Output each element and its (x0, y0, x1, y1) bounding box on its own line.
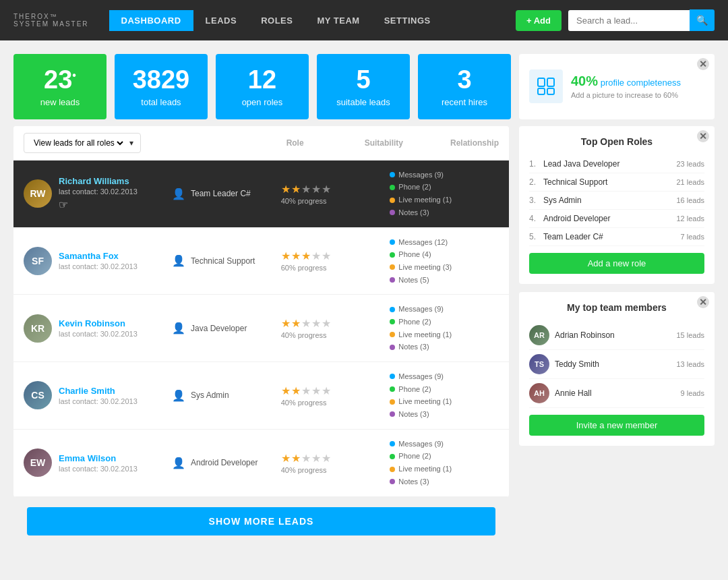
top-open-roles-close[interactable]: ✕ (697, 130, 709, 142)
lead-info-richard: RW Richard Williams last contact: 30.02.… (24, 176, 172, 211)
progress-richard: 40% progress (281, 197, 390, 205)
search-bar: 🔍 (568, 9, 715, 31)
lead-info-emma: EW Emma Wilson last contact: 30.02.2013 (24, 448, 172, 477)
role-leads-3: 16 leads (676, 196, 704, 204)
role-num-1: 1. (529, 159, 539, 169)
avatar-emma: EW (24, 448, 52, 477)
stat-new-leads[interactable]: 23• new leads (13, 54, 107, 119)
lead-date-richard: last contact: 30.02.2013 (59, 187, 138, 196)
top-open-roles-title: Top Open Roles (529, 136, 704, 147)
lead-details-emma: Emma Wilson last contact: 30.02.2013 (59, 453, 138, 473)
col-role: Role (286, 138, 304, 148)
lead-row-kevin[interactable]: KR Kevin Robinson last contact: 30.02.20… (13, 295, 509, 362)
role-name-2: Technical Support (543, 177, 676, 187)
lead-details-kevin: Kevin Robinson last contact: 30.02.2013 (59, 318, 138, 338)
avatar-teddy: TS (529, 354, 549, 374)
svg-rect-3 (547, 88, 554, 94)
stars-richard: ★★★★★ (281, 183, 390, 196)
cursor-icon: ☞ (59, 198, 138, 211)
role-icon-emma: 👤 (172, 457, 185, 469)
progress-kevin: 40% progress (281, 331, 390, 339)
lead-info-kevin: KR Kevin Robinson last contact: 30.02.20… (24, 314, 172, 343)
show-more-button[interactable]: SHOW MORE LEADS (27, 507, 495, 535)
avatar-richard: RW (24, 179, 52, 208)
relationship-kevin: Messages (9) Phone (2) Live meeting (1) … (390, 303, 499, 353)
leads-filter-select[interactable]: View leads for all roles (31, 138, 125, 148)
role-name-4: Android Developer (543, 214, 676, 223)
svg-rect-2 (538, 88, 545, 94)
top-open-roles-list: 1. Lead Java Developer 23 leads 2. Techn… (529, 155, 704, 246)
member-name-annie: Annie Hall (555, 388, 681, 398)
relationship-richard: Messages (9) Phone (2) Live meeting (1) … (390, 169, 499, 219)
role-list-item-1: 1. Lead Java Developer 23 leads (529, 155, 704, 173)
member-leads-annie: 9 leads (681, 389, 704, 397)
lead-name-charlie: Charlie Smith (59, 386, 138, 396)
svg-rect-1 (547, 78, 554, 86)
role-label-charlie: Sys Admin (191, 390, 229, 400)
lead-name-samantha: Samantha Fox (59, 251, 138, 261)
team-member-teddy: TS Teddy Smith 13 leads (529, 350, 704, 379)
top-team-close[interactable]: ✕ (697, 296, 709, 308)
role-icon-richard: 👤 (172, 187, 185, 200)
invite-member-button[interactable]: Invite a new member (529, 415, 704, 436)
progress-charlie: 40% progress (281, 399, 390, 407)
stat-new-leads-number: 23• (24, 66, 96, 94)
suitability-charlie: ★★★★★ 40% progress (281, 384, 390, 407)
role-name-3: Sys Admin (543, 196, 676, 205)
progress-emma: 40% progress (281, 466, 390, 474)
role-label-kevin: Java Developer (191, 324, 247, 333)
progress-samantha: 60% progress (281, 264, 390, 272)
stat-total-leads[interactable]: 3829 total leads (115, 54, 208, 119)
role-icon-charlie: 👤 (172, 389, 185, 402)
avatar-annie: AH (529, 383, 549, 403)
nav-my-team[interactable]: MY TEAM (305, 10, 371, 31)
nav-roles[interactable]: ROLES (249, 10, 305, 31)
profile-pct-sub: Add a picture to increase to 60% (571, 91, 681, 99)
role-num-2: 2. (529, 177, 539, 187)
lead-details-samantha: Samantha Fox last contact: 30.02.2013 (59, 251, 138, 270)
lead-date-kevin: last contact: 30.02.2013 (59, 330, 138, 338)
leads-filter-dropdown[interactable]: View leads for all roles ▾ (24, 133, 141, 153)
nav-leads[interactable]: LEADS (193, 10, 249, 31)
stat-recent-hires-label: recent hires (428, 97, 501, 107)
role-name-1: Lead Java Developer (543, 159, 676, 169)
lead-date-charlie: last contact: 30.02.2013 (59, 397, 138, 405)
lead-row-emma[interactable]: EW Emma Wilson last contact: 30.02.2013 … (13, 430, 509, 497)
stars-charlie: ★★★★★ (281, 384, 390, 397)
role-label-emma: Android Developer (191, 458, 257, 467)
role-emma: 👤 Android Developer (172, 457, 281, 469)
search-input[interactable] (568, 10, 690, 31)
nav-settings[interactable]: SETTINGS (372, 10, 443, 31)
add-button[interactable]: + Add (516, 10, 562, 31)
nav-dashboard[interactable]: DASHBOARD (109, 10, 193, 31)
role-leads-4: 12 leads (676, 214, 704, 223)
stat-suitable-leads[interactable]: 5 suitable leads (317, 54, 410, 119)
stat-open-roles[interactable]: 12 open roles (216, 54, 309, 119)
right-panel: ✕ Top Open Roles 1. Lead Java Developer … (519, 126, 715, 546)
stat-recent-hires[interactable]: 3 recent hires (418, 54, 511, 119)
lead-row-samantha[interactable]: SF Samantha Fox last contact: 30.02.2013… (13, 228, 509, 295)
lead-date-samantha: last contact: 30.02.2013 (59, 262, 138, 270)
add-role-button[interactable]: Add a new role (529, 253, 704, 274)
role-name-5: Team Leader C# (543, 232, 681, 241)
lead-name-emma: Emma Wilson (59, 453, 138, 463)
stat-new-leads-label: new leads (24, 97, 96, 107)
relationship-samantha: Messages (12) Phone (4) Live meeting (3)… (390, 236, 499, 287)
profile-completeness-card: ✕ 40% profile completeness Add a picture… (519, 54, 715, 119)
team-member-annie: AH Annie Hall 9 leads (529, 379, 704, 408)
suitability-emma: ★★★★★ 40% progress (281, 452, 390, 474)
lead-row-richard[interactable]: RW Richard Williams last contact: 30.02.… (13, 161, 509, 228)
logo-sub: SYSTEM MASTER (13, 20, 89, 28)
lead-row-charlie[interactable]: CS Charlie Smith last contact: 30.02.201… (13, 362, 509, 430)
role-list-item-2: 2. Technical Support 21 leads (529, 173, 704, 192)
stat-open-roles-label: open roles (226, 97, 299, 107)
role-leads-2: 21 leads (676, 178, 704, 186)
stars-samantha: ★★★★★ (281, 250, 390, 262)
role-leads-1: 23 leads (676, 160, 704, 168)
stat-open-roles-number: 12 (226, 66, 299, 94)
dropdown-arrow-icon: ▾ (129, 138, 133, 148)
role-num-3: 3. (529, 196, 539, 205)
profile-card-close[interactable]: ✕ (697, 58, 709, 70)
relationship-charlie: Messages (9) Phone (2) Live meeting (1) … (390, 370, 499, 421)
search-button[interactable]: 🔍 (690, 9, 715, 31)
